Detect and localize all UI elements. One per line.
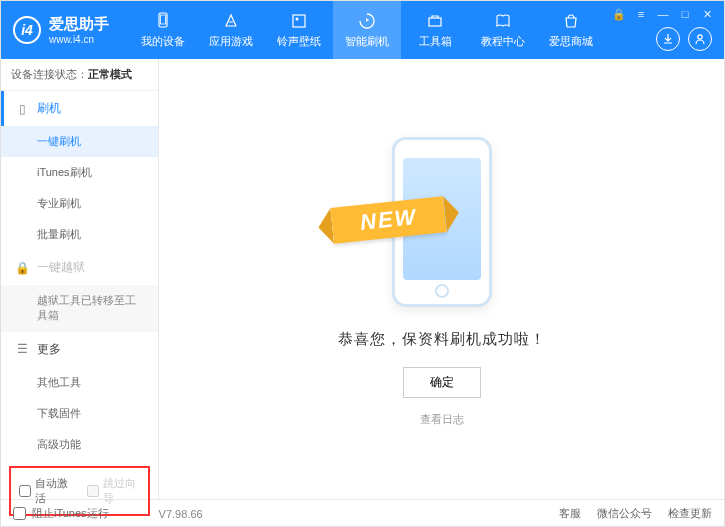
phone-icon: ▯: [15, 102, 29, 116]
nav-toolbox[interactable]: 工具箱: [401, 1, 469, 59]
sidebar-item-download-firmware[interactable]: 下载固件: [1, 398, 158, 429]
nav-store[interactable]: 爱思商城: [537, 1, 605, 59]
logo-title: 爱思助手: [49, 15, 109, 34]
block-itunes-checkbox[interactable]: 阻止iTunes运行: [13, 506, 109, 521]
confirm-button[interactable]: 确定: [403, 367, 481, 398]
device-icon: [153, 11, 173, 31]
skip-setup-checkbox[interactable]: 跳过向导: [87, 476, 141, 506]
logo: i4 爱思助手 www.i4.cn: [13, 15, 109, 45]
menu-icon[interactable]: ≡: [634, 7, 648, 21]
download-circle-icon[interactable]: [656, 27, 680, 51]
window-controls: 🔒 ≡ — □ ✕: [612, 7, 714, 21]
toolbox-icon: [425, 11, 445, 31]
lock-icon[interactable]: 🔒: [612, 7, 626, 21]
sidebar-item-other-tools[interactable]: 其他工具: [1, 367, 158, 398]
success-illustration: NEW: [342, 132, 542, 312]
flash-icon: [357, 11, 377, 31]
app-header: i4 爱思助手 www.i4.cn 我的设备 应用游戏 铃声壁纸 智能刷机 工具…: [1, 1, 724, 59]
sidebar: 设备连接状态：正常模式 ▯ 刷机 一键刷机 iTunes刷机 专业刷机 批量刷机…: [1, 59, 159, 499]
svg-rect-2: [293, 15, 305, 27]
svg-point-3: [296, 18, 299, 21]
nav-flash[interactable]: 智能刷机: [333, 1, 401, 59]
sidebar-group-jailbreak: 🔒 一键越狱: [1, 250, 158, 285]
nav-my-device[interactable]: 我的设备: [129, 1, 197, 59]
device-info: 📱 iPhone 15 Pro Max 512GB iPhone: [1, 522, 158, 527]
footer-support[interactable]: 客服: [559, 506, 581, 521]
svg-point-5: [698, 35, 702, 39]
auto-activate-checkbox[interactable]: 自动激活: [19, 476, 73, 506]
view-log-link[interactable]: 查看日志: [420, 412, 464, 427]
main-content: NEW 恭喜您，保资料刷机成功啦！ 确定 查看日志: [159, 59, 724, 499]
nav-ringtones[interactable]: 铃声壁纸: [265, 1, 333, 59]
sidebar-item-advanced[interactable]: 高级功能: [1, 429, 158, 460]
logo-icon: i4: [13, 16, 41, 44]
connection-status: 设备连接状态：正常模式: [1, 59, 158, 91]
sidebar-item-pro-flash[interactable]: 专业刷机: [1, 188, 158, 219]
success-message: 恭喜您，保资料刷机成功啦！: [338, 330, 546, 349]
nav-apps[interactable]: 应用游戏: [197, 1, 265, 59]
close-icon[interactable]: ✕: [700, 7, 714, 21]
store-icon: [561, 11, 581, 31]
sidebar-group-more[interactable]: ☰ 更多: [1, 332, 158, 367]
more-icon: ☰: [15, 342, 29, 356]
lock-small-icon: 🔒: [15, 261, 29, 275]
sidebar-group-flash[interactable]: ▯ 刷机: [1, 91, 158, 126]
user-circle-icon[interactable]: [688, 27, 712, 51]
sidebar-item-batch-flash[interactable]: 批量刷机: [1, 219, 158, 250]
footer-wechat[interactable]: 微信公众号: [597, 506, 652, 521]
svg-rect-1: [161, 15, 166, 24]
logo-subtitle: www.i4.cn: [49, 34, 109, 45]
sidebar-item-itunes-flash[interactable]: iTunes刷机: [1, 157, 158, 188]
wallpaper-icon: [289, 11, 309, 31]
minimize-icon[interactable]: —: [656, 7, 670, 21]
svg-rect-4: [429, 18, 441, 26]
jailbreak-note: 越狱工具已转移至工具箱: [1, 285, 158, 332]
sidebar-item-onekey-flash[interactable]: 一键刷机: [1, 126, 158, 157]
footer-check-update[interactable]: 检查更新: [668, 506, 712, 521]
version-label: V7.98.66: [159, 508, 203, 520]
book-icon: [493, 11, 513, 31]
apps-icon: [221, 11, 241, 31]
nav-tutorials[interactable]: 教程中心: [469, 1, 537, 59]
maximize-icon[interactable]: □: [678, 7, 692, 21]
